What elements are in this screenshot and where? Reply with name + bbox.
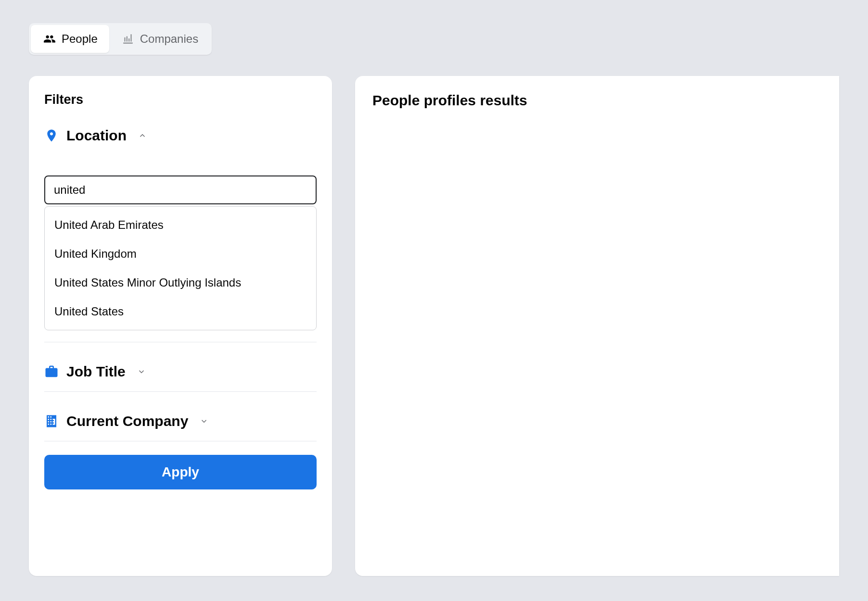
filters-title: Filters [44, 92, 317, 107]
location-suggestion[interactable]: United Arab Emirates [45, 211, 316, 239]
chevron-down-icon [200, 417, 208, 426]
filter-current-company-header[interactable]: Current Company [44, 410, 317, 432]
filter-job-title-label: Job Title [66, 363, 126, 380]
tab-companies[interactable]: Companies [109, 25, 210, 53]
location-suggestion[interactable]: United States Minor Outlying Islands [45, 268, 316, 297]
filter-location: Location United Arab Emirates United Kin… [44, 125, 317, 342]
chevron-up-icon [138, 131, 147, 140]
building-icon [44, 414, 59, 428]
briefcase-icon [44, 364, 59, 379]
filter-current-company: Current Company [44, 401, 317, 441]
results-panel: People profiles results [355, 76, 839, 576]
tab-companies-label: Companies [140, 32, 198, 46]
chevron-down-icon [137, 367, 146, 376]
filter-current-company-label: Current Company [66, 413, 188, 429]
filter-job-title: Job Title [44, 352, 317, 392]
location-input[interactable] [44, 175, 317, 204]
location-pin-icon [44, 128, 59, 143]
filter-location-label: Location [66, 127, 127, 144]
location-suggestions: United Arab Emirates United Kingdom Unit… [44, 206, 317, 330]
companies-icon [121, 32, 135, 46]
entity-tabs: People Companies [29, 23, 212, 55]
location-suggestion[interactable]: United Kingdom [45, 239, 316, 268]
filters-panel: Filters Location United Arab Emirates U [29, 76, 332, 576]
apply-button[interactable]: Apply [44, 455, 317, 489]
filter-job-title-header[interactable]: Job Title [44, 361, 317, 383]
location-suggestion[interactable]: United States [45, 297, 316, 326]
tab-people-label: People [62, 32, 98, 46]
tab-people[interactable]: People [31, 25, 109, 53]
people-icon [42, 32, 57, 46]
filter-location-header[interactable]: Location [44, 125, 317, 147]
results-title: People profiles results [372, 92, 822, 109]
